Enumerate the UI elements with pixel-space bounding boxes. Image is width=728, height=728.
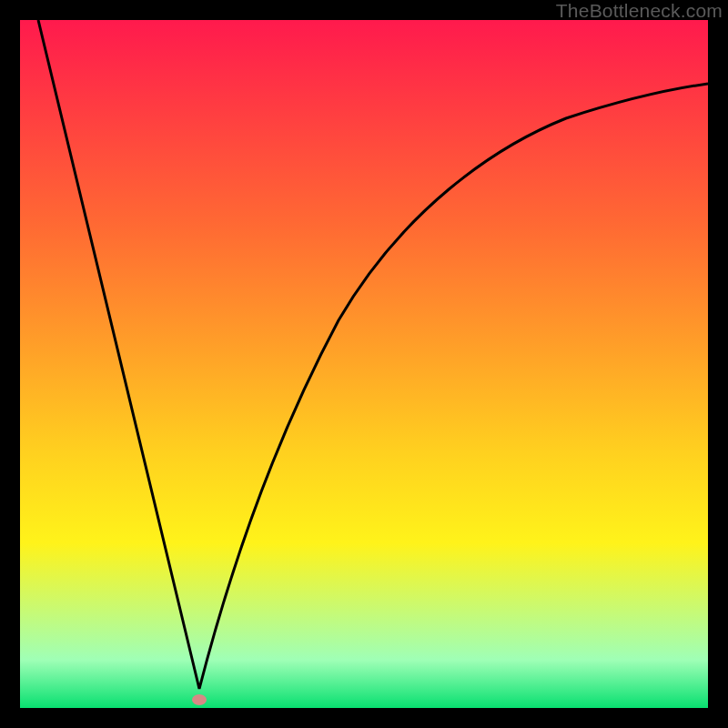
marker-dot	[192, 694, 207, 705]
chart-svg	[20, 20, 708, 708]
watermark-text: TheBottleneck.com	[556, 0, 723, 22]
chart-frame: TheBottleneck.com	[0, 0, 728, 728]
chart-curve	[38, 20, 708, 689]
plot-area	[20, 20, 708, 708]
